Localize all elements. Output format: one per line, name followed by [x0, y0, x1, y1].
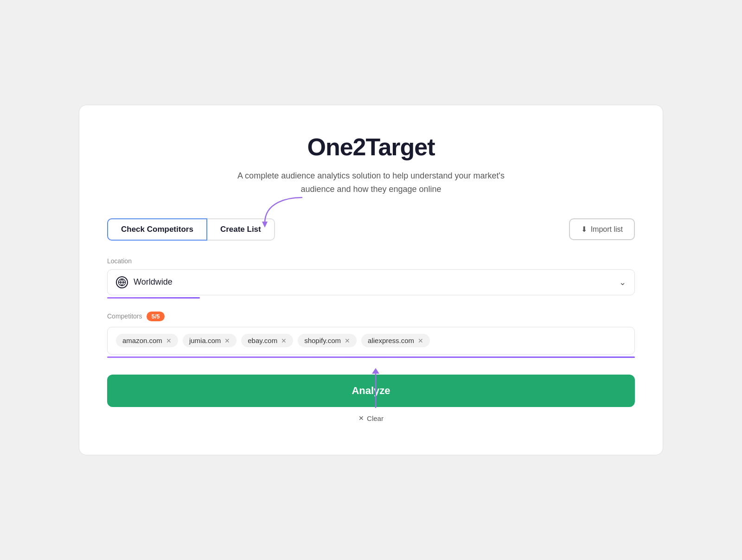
chevron-down-icon: ⌄: [619, 277, 626, 287]
import-icon: ⬇: [581, 225, 587, 234]
competitor-domain: shopify.com: [304, 337, 341, 344]
location-left: Worldwide: [116, 276, 173, 288]
location-dropdown[interactable]: Worldwide ⌄: [107, 269, 635, 295]
tab-check-competitors[interactable]: Check Competitors: [107, 218, 207, 241]
import-list-button[interactable]: ⬇ Import list: [569, 218, 635, 240]
location-label: Location: [107, 257, 635, 265]
competitor-tag: jumia.com ✕: [183, 334, 237, 347]
competitor-tag: aliexpress.com ✕: [361, 334, 430, 347]
remove-competitor-1[interactable]: ✕: [224, 337, 230, 344]
competitors-section: Competitors 5/5 amazon.com ✕ jumia.com ✕…: [107, 312, 635, 358]
competitors-input-box[interactable]: amazon.com ✕ jumia.com ✕ ebay.com ✕ shop…: [107, 327, 635, 355]
clear-button[interactable]: Clear: [367, 414, 384, 422]
competitor-domain: amazon.com: [122, 337, 162, 344]
import-list-label: Import list: [591, 225, 623, 234]
competitors-count-badge: 5/5: [147, 312, 164, 321]
location-value: Worldwide: [134, 277, 173, 287]
tab-create-list[interactable]: Create List: [207, 218, 275, 241]
page-subtitle: A complete audience analytics solution t…: [227, 169, 515, 196]
header-section: One2Target A complete audience analytics…: [107, 133, 635, 196]
competitor-domain: ebay.com: [248, 337, 277, 344]
competitors-underline: [107, 356, 635, 358]
tabs-right: ⬇ Import list: [569, 218, 635, 240]
competitor-tag: amazon.com ✕: [116, 334, 178, 347]
remove-competitor-3[interactable]: ✕: [345, 337, 350, 344]
competitors-header: Competitors 5/5: [107, 312, 635, 321]
tabs-left: Check Competitors Create List: [107, 218, 275, 241]
svg-marker-3: [372, 368, 379, 374]
remove-competitor-4[interactable]: ✕: [418, 337, 423, 344]
globe-icon: [116, 276, 128, 288]
remove-competitor-0[interactable]: ✕: [166, 337, 172, 344]
location-section: Location Worldwide ⌄: [107, 257, 635, 299]
main-card: One2Target A complete audience analytics…: [79, 105, 663, 455]
competitors-label: Competitors: [107, 312, 142, 320]
competitor-domain: jumia.com: [189, 337, 221, 344]
competitor-domain: aliexpress.com: [368, 337, 414, 344]
clear-row: ✕ Clear: [107, 414, 635, 422]
competitor-tag: ebay.com ✕: [241, 334, 293, 347]
competitor-tag: shopify.com ✕: [298, 334, 357, 347]
clear-x-icon: ✕: [358, 414, 364, 422]
location-underline: [107, 297, 200, 299]
tabs-row: Check Competitors Create List ⬇ Import l…: [107, 218, 635, 241]
analyze-button[interactable]: Analyze: [107, 375, 635, 407]
page-title: One2Target: [107, 133, 635, 161]
remove-competitor-2[interactable]: ✕: [281, 337, 287, 344]
